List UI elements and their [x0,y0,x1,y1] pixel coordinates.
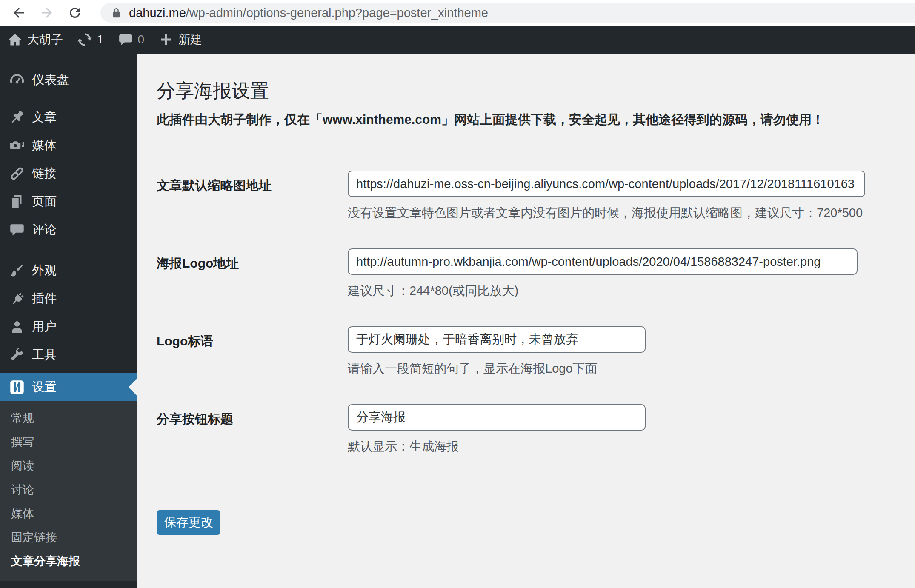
sidebar-item-users[interactable]: 用户 [0,313,137,341]
update-count: 1 [97,33,104,46]
links-chain-icon [9,166,25,181]
field-hint: 请输入一段简短的句子，显示在海报Logo下面 [348,360,646,377]
sidebar-item-label: 媒体 [32,137,57,154]
plus-icon [159,32,173,47]
users-icon [9,319,25,334]
settings-sliders-icon [9,380,25,395]
browser-toolbar: dahuzi.me/wp-admin/options-general.php?p… [0,0,915,26]
home-icon [8,32,22,47]
sidebar-item-media[interactable]: 媒体 [0,131,137,160]
field-hint: 默认显示：生成海报 [348,438,646,455]
settings-submenu: 常规 撰写 阅读 讨论 媒体 固定链接 文章分享海报 [0,401,137,581]
menu-separator [0,244,137,257]
sidebar-item-label: 工具 [32,346,57,363]
settings-page: 分享海报设置 此插件由大胡子制作，仅在「www.xintheme.com」网站上… [137,54,915,588]
page-title: 分享海报设置 [157,81,868,100]
address-bar[interactable]: dahuzi.me/wp-admin/options-general.php?p… [100,3,915,23]
update-icon [77,32,92,47]
sidebar-item-label: 设置 [32,379,57,396]
field-hint: 建议尺寸：244*80(或同比放大) [348,283,858,300]
field-hint: 没有设置文章特色图片或者文章内没有图片的时候，海报使用默认缩略图，建议尺寸：72… [348,205,865,222]
wp-admin-bar: 大胡子 1 0 新建 [0,26,915,54]
admin-bar-site-menu[interactable]: 大胡子 [8,31,63,48]
sidebar-item-settings[interactable]: 设置 [0,373,137,401]
default-thumbnail-url-input[interactable] [348,171,865,197]
pages-icon [9,194,25,209]
admin-sidebar: 仪表盘 文章 媒体 链接 [0,54,137,588]
admin-bar-comments[interactable]: 0 [118,32,145,47]
logo-slogan-input[interactable] [348,326,646,353]
field-label: 文章默认缩略图地址 [157,171,348,222]
comments-bubble-icon [9,222,25,237]
site-name: 大胡子 [27,31,63,48]
sidebar-item-label: 外观 [32,262,57,279]
sidebar-item-label: 链接 [32,165,57,182]
sidebar-item-links[interactable]: 链接 [0,160,137,188]
admin-bar-updates[interactable]: 1 [77,32,104,47]
browser-reload-button[interactable] [67,5,83,20]
posts-pin-icon [9,110,25,125]
submenu-item-writing[interactable]: 撰写 [0,430,137,454]
field-label: 分享按钮标题 [157,404,348,455]
sidebar-filler [0,581,137,588]
sidebar-item-plugins[interactable]: 插件 [0,285,137,313]
sidebar-item-pages[interactable]: 页面 [0,188,137,216]
settings-form: 文章默认缩略图地址 没有设置文章特色图片或者文章内没有图片的时候，海报使用默认缩… [157,171,868,535]
browser-forward-button[interactable] [39,5,54,20]
sidebar-item-label: 插件 [32,290,57,307]
plugin-notice: 此插件由大胡子制作，仅在「www.xintheme.com」网站上面提供下载，安… [157,112,868,126]
sidebar-item-posts[interactable]: 文章 [0,103,137,131]
admin-layout: 仪表盘 文章 媒体 链接 [0,54,915,588]
field-label: Logo标语 [157,326,348,377]
sidebar-item-label: 仪表盘 [32,71,69,88]
sidebar-item-tools[interactable]: 工具 [0,341,137,369]
form-row-thumbnail-url: 文章默认缩略图地址 没有设置文章特色图片或者文章内没有图片的时候，海报使用默认缩… [157,171,868,222]
new-label: 新建 [178,31,202,48]
comment-bubble-icon [118,32,133,47]
sidebar-item-label: 评论 [32,221,57,238]
tools-wrench-icon [9,347,25,363]
field-control: 建议尺寸：244*80(或同比放大) [348,248,858,300]
form-row-logo-url: 海报Logo地址 建议尺寸：244*80(或同比放大) [157,248,868,300]
url-host: dahuzi.me [129,6,186,20]
sidebar-item-appearance[interactable]: 外观 [0,257,137,285]
submenu-item-general[interactable]: 常规 [0,406,137,430]
appearance-brush-icon [9,263,25,278]
submenu-item-media[interactable]: 媒体 [0,502,137,525]
browser-back-button[interactable] [11,5,26,20]
submenu-item-discussion[interactable]: 讨论 [0,478,137,502]
admin-bar-new[interactable]: 新建 [159,31,202,48]
lock-icon [111,7,122,19]
field-control: 没有设置文章特色图片或者文章内没有图片的时候，海报使用默认缩略图，建议尺寸：72… [348,171,865,222]
save-changes-button[interactable]: 保存更改 [157,510,220,535]
field-label: 海报Logo地址 [157,248,348,300]
sidebar-item-dashboard[interactable]: 仪表盘 [0,66,137,94]
media-camera-icon [9,138,25,153]
submenu-item-permalinks[interactable]: 固定链接 [0,525,137,549]
field-control: 默认显示：生成海报 [348,404,646,455]
sidebar-item-comments[interactable]: 评论 [0,216,137,244]
admin-menu: 仪表盘 文章 媒体 链接 [0,54,137,581]
sidebar-item-label: 用户 [32,318,57,335]
form-row-logo-slogan: Logo标语 请输入一段简短的句子，显示在海报Logo下面 [157,326,868,377]
form-row-share-button-title: 分享按钮标题 默认显示：生成海报 [157,404,868,455]
sidebar-item-label: 页面 [32,193,57,210]
dashboard-icon [9,72,25,88]
plugins-plug-icon [9,291,25,306]
share-button-title-input[interactable] [348,404,646,431]
url-path: /wp-admin/options-general.php?page=poste… [186,6,488,20]
comment-count: 0 [138,33,145,46]
submenu-item-share-poster[interactable]: 文章分享海报 [0,549,137,573]
poster-logo-url-input[interactable] [348,248,858,275]
field-control: 请输入一段简短的句子，显示在海报Logo下面 [348,326,646,377]
submenu-item-reading[interactable]: 阅读 [0,454,137,478]
menu-separator [0,94,137,103]
menu-separator [0,369,137,373]
sidebar-item-label: 文章 [32,109,57,126]
